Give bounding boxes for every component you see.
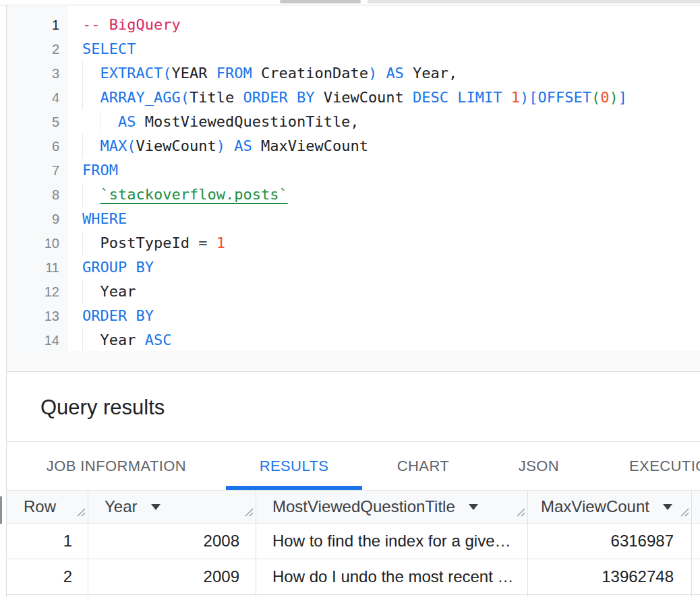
column-resize-handle[interactable]: [516, 502, 525, 521]
code-token: ): [610, 89, 618, 106]
column-header-label: Row: [24, 497, 56, 516]
code-token: =: [198, 234, 207, 251]
code-token: ARRAY_AGG(: [100, 89, 189, 106]
code-line: GROUP BY: [68, 255, 700, 280]
tab-chart[interactable]: CHART: [362, 442, 484, 490]
column-header-year[interactable]: Year: [88, 491, 256, 523]
code-token: [82, 137, 100, 154]
cell-maxviewcount: 13962748: [528, 559, 692, 595]
table-row: 22009How do I undo the most recent …1396…: [7, 559, 700, 595]
column-header-mostviewedquestiontitle[interactable]: MostViewedQuestionTitle: [256, 491, 528, 523]
table-row: 12008How to find the index for a give…63…: [7, 524, 700, 559]
tab-label: CHART: [397, 458, 449, 475]
column-dropdown-icon[interactable]: [469, 504, 478, 510]
code-token: Year,: [404, 65, 457, 82]
code-token: (: [591, 89, 600, 106]
editor-footer-strip: [7, 351, 700, 371]
column-header-label: Year: [105, 497, 138, 516]
code-line: AS MostViewedQuestionTitle,: [68, 110, 700, 134]
cell-year: 2009: [88, 559, 256, 595]
tab-label: RESULTS: [260, 458, 329, 475]
code-line: FROM: [68, 158, 700, 183]
tab-label: JOB INFORMATION: [47, 458, 186, 475]
results-tab-bar: JOB INFORMATIONRESULTSCHARTJSONEXECUTIO: [7, 442, 700, 490]
code-token: FROM: [82, 162, 118, 179]
code-line: WHERE: [68, 207, 700, 231]
code-token: ViewCount: [136, 137, 216, 154]
code-token: 0: [600, 89, 609, 106]
code-line: `stackoverflow.posts`: [68, 183, 700, 207]
tab-job-information[interactable]: JOB INFORMATION: [7, 442, 226, 490]
query-results-title: Query results: [40, 394, 165, 422]
code-token: 1: [216, 234, 225, 251]
indent-guide: [82, 86, 83, 110]
indent-guide: [82, 61, 83, 86]
code-token: [377, 65, 386, 82]
top-panel-edge: [0, 0, 700, 5]
code-token: WHERE: [82, 210, 127, 227]
code-token: ViewCount: [314, 89, 413, 106]
tab-label: JSON: [519, 458, 559, 475]
code-token: FROM: [216, 65, 252, 82]
code-token: [82, 332, 100, 348]
column-dropdown-icon[interactable]: [151, 504, 161, 510]
vertical-scrollbar-thumb[interactable]: [0, 496, 2, 524]
column-header-maxviewcount[interactable]: MaxViewCount: [528, 491, 692, 523]
code-line: -- BigQuery: [68, 13, 700, 37]
tab-executio[interactable]: EXECUTIO: [593, 442, 700, 490]
line-number-gutter: 1234567891011121314: [7, 6, 68, 351]
code-token: ): [216, 137, 225, 154]
code-area[interactable]: -- BigQuerySELECT EXTRACT(YEAR FROM Crea…: [68, 6, 700, 351]
code-token: [207, 234, 216, 251]
code-line: EXTRACT(YEAR FROM CreationDate) AS Year,: [68, 61, 700, 86]
column-resize-handle[interactable]: [680, 502, 689, 521]
cell-row: 1: [7, 524, 88, 559]
code-token: MostViewedQuestionTitle,: [136, 113, 359, 130]
cell-maxviewcount: 6316987: [528, 524, 692, 559]
line-number: 10: [7, 231, 68, 255]
code-token: MaxViewCount: [252, 137, 368, 154]
table-header-row: RowYearMostViewedQuestionTitleMaxViewCou…: [7, 491, 700, 524]
horizontal-scrollbar-track[interactable]: [368, 0, 700, 3]
code-token: [82, 283, 100, 300]
tab-results[interactable]: RESULTS: [226, 442, 362, 490]
code-token: Year: [100, 332, 145, 348]
tab-json[interactable]: JSON: [484, 442, 593, 490]
column-header-row[interactable]: Row: [7, 491, 88, 523]
line-number: 2: [7, 37, 68, 61]
code-token: [82, 65, 100, 82]
code-token: [502, 89, 511, 106]
line-number: 9: [7, 207, 68, 231]
code-line: PostTypeId = 1: [68, 231, 700, 255]
tab-label: EXECUTIO: [629, 458, 700, 475]
table-reference-link[interactable]: `stackoverflow.posts`: [100, 186, 288, 203]
sql-query-editor[interactable]: 1234567891011121314 -- BigQuerySELECT EX…: [7, 6, 700, 351]
code-token: PostTypeId: [100, 234, 199, 251]
horizontal-scrollbar-thumb[interactable]: [280, 0, 361, 3]
code-line: Year ASC: [68, 328, 700, 351]
code-token: ]: [618, 89, 627, 106]
code-line: Year: [68, 280, 700, 304]
code-token: EXTRACT(: [100, 65, 172, 82]
row-filler: [692, 524, 700, 559]
code-token: ASC: [145, 332, 172, 348]
line-number: 11: [7, 255, 68, 280]
results-table: RowYearMostViewedQuestionTitleMaxViewCou…: [7, 490, 700, 597]
column-resize-handle[interactable]: [76, 502, 86, 521]
indent-guide: [82, 328, 83, 351]
line-number: 7: [7, 158, 68, 183]
code-token: [225, 137, 234, 154]
code-token: )[OFFSET: [520, 89, 591, 106]
column-resize-handle[interactable]: [244, 502, 254, 521]
code-token: [82, 234, 100, 251]
line-number: 4: [7, 86, 68, 110]
code-line: SELECT: [68, 37, 700, 61]
cell-year: 2008: [88, 524, 256, 559]
cell-mostviewedquestiontitle: How do I undo the most recent …: [256, 559, 528, 595]
code-line: ORDER BY: [68, 304, 700, 328]
column-dropdown-icon[interactable]: [663, 504, 672, 510]
line-number: 3: [7, 61, 68, 86]
panel-divider: [7, 371, 700, 372]
line-number: 1: [7, 13, 68, 37]
code-token: AS: [386, 65, 404, 82]
